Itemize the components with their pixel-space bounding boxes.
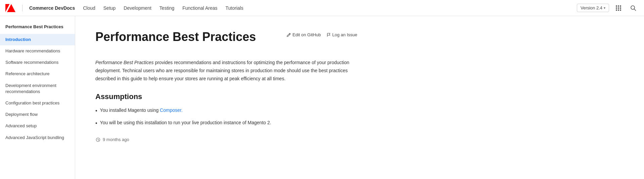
timestamp-label: 9 months ago (103, 137, 129, 142)
assumption-1: You installed Magento using Composer. (95, 106, 357, 115)
assumption-2: You will be using this installation to r… (95, 119, 357, 128)
page-layout: Performance Best Practices Introduction … (0, 16, 644, 179)
nav-tutorials[interactable]: Tutorials (226, 5, 243, 11)
clock-icon (95, 137, 101, 142)
sidebar-title: Performance Best Practices (0, 21, 75, 34)
main-content: Performance Best Practices Edit on GitHu… (75, 16, 377, 179)
page-header-row: Performance Best Practices Edit on GitHu… (95, 30, 357, 52)
sidebar: Performance Best Practices Introduction … (0, 16, 75, 179)
edit-icon (286, 33, 291, 37)
sidebar-item-deployment[interactable]: Deployment flow (0, 109, 75, 120)
adobe-logo[interactable] (5, 4, 15, 12)
sidebar-item-introduction[interactable]: Introduction (0, 34, 75, 45)
svg-line-2 (289, 34, 290, 34)
nav-setup[interactable]: Setup (103, 5, 116, 11)
intro-italic: Performance Best Practices (95, 60, 154, 65)
flag-icon (326, 33, 331, 37)
composer-link[interactable]: Composer. (160, 107, 183, 113)
sidebar-item-reference-architecture[interactable]: Reference architecture (0, 68, 75, 80)
grid-apps-button[interactable] (613, 3, 624, 13)
site-name: Commerce DevDocs (29, 5, 75, 11)
nav-links: Cloud Setup Development Testing Function… (83, 5, 577, 11)
assumption-1-text: You installed Magento using Composer. (100, 106, 183, 114)
timestamp-row: 9 months ago (95, 137, 357, 142)
assumption-1-prefix: You installed Magento using (100, 107, 160, 113)
page-actions: Edit on GitHub Log an Issue (286, 30, 357, 37)
nav-right: Version 2.4 ▾ (577, 3, 639, 13)
edit-github-link[interactable]: Edit on GitHub (286, 32, 321, 37)
nav-testing[interactable]: Testing (159, 5, 174, 11)
brand: Commerce DevDocs (5, 4, 75, 12)
version-selector[interactable]: Version 2.4 ▾ (577, 4, 609, 12)
intro-paragraph: Performance Best Practices provides reco… (95, 59, 357, 83)
version-label: Version 2.4 (581, 5, 602, 10)
assumptions-list: You installed Magento using Composer. Yo… (95, 106, 357, 128)
svg-line-1 (634, 9, 636, 10)
grid-dots-icon (616, 5, 621, 11)
svg-line-5 (98, 140, 99, 140)
edit-github-label: Edit on GitHub (292, 32, 321, 37)
sidebar-item-advanced-js[interactable]: Advanced JavaScript bundling (0, 132, 75, 143)
nav-divider (22, 5, 22, 11)
assumptions-heading: Assumptions (95, 92, 357, 101)
search-icon (630, 5, 636, 11)
sidebar-item-software[interactable]: Software recommendations (0, 57, 75, 68)
search-button[interactable] (628, 3, 639, 13)
version-chevron-icon: ▾ (604, 6, 605, 10)
log-issue-link[interactable]: Log an Issue (326, 32, 357, 37)
assumption-2-text: You will be using this installation to r… (100, 119, 271, 126)
nav-cloud[interactable]: Cloud (83, 5, 95, 11)
nav-functional-areas[interactable]: Functional Areas (182, 5, 217, 11)
sidebar-item-dev-env[interactable]: Development environment recommendations (0, 80, 75, 97)
sidebar-item-config[interactable]: Configuration best practices (0, 97, 75, 109)
log-issue-label: Log an Issue (332, 32, 357, 37)
nav-development[interactable]: Development (124, 5, 151, 11)
page-title: Performance Best Practices (95, 30, 256, 44)
top-navigation: Commerce DevDocs Cloud Setup Development… (0, 0, 644, 16)
sidebar-item-advanced-setup[interactable]: Advanced setup (0, 120, 75, 132)
sidebar-item-hardware[interactable]: Hardware recommendations (0, 45, 75, 57)
